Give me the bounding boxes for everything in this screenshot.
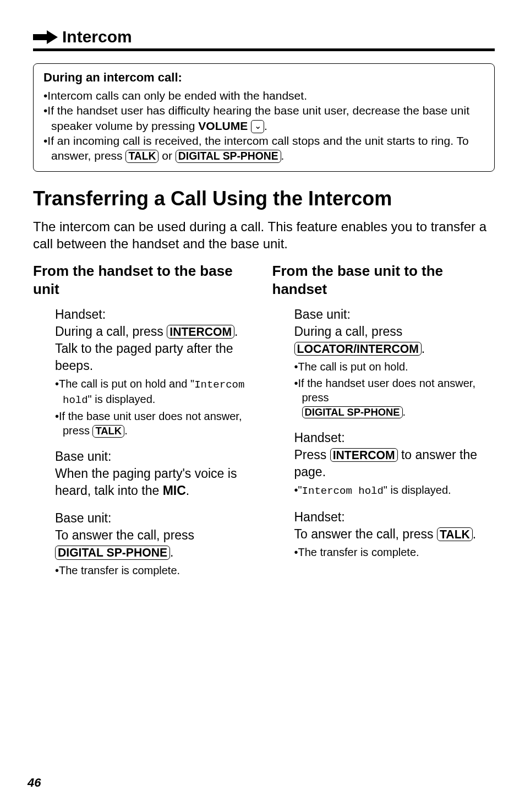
box-bullet-2: •If the handset user has difficulty hear…: [43, 103, 484, 133]
intro-text: The intercom can be used during a call. …: [33, 218, 495, 252]
intercom-button-label: INTERCOM: [330, 448, 398, 462]
sub-bullet: •The call is put on hold and "Intercom h…: [55, 377, 256, 407]
step-device: Handset:: [55, 307, 256, 323]
mic-label: MIC: [163, 483, 186, 498]
step-device: Base unit:: [55, 449, 256, 465]
text: or: [158, 149, 175, 162]
text: .: [264, 119, 267, 132]
page-number: 46: [28, 776, 41, 790]
text: •If the base unit user does not answer, …: [55, 410, 242, 437]
text: .: [124, 424, 128, 437]
sub-bullet: •If the base unit user does not answer, …: [55, 409, 256, 438]
text: When the paging party's voice is heard, …: [55, 466, 237, 498]
sub-bullet: •"Intercom hold" is displayed.: [294, 483, 495, 498]
volume-label: VOLUME: [198, 119, 248, 132]
step-text: To answer the call, press DIGITAL SP-PHO…: [55, 527, 256, 561]
text: To answer the call, press: [55, 528, 194, 542]
text: .: [403, 406, 406, 418]
text: During a call, press: [55, 324, 167, 339]
section-title: Intercom: [62, 28, 132, 46]
sub-bullet: •If the handset user does not answer, pr…: [294, 376, 495, 419]
step-device: Handset:: [294, 509, 495, 526]
step-device: Base unit:: [55, 510, 256, 527]
step-text: When the paging party's voice is heard, …: [55, 465, 256, 499]
digital-sp-phone-button-label: DIGITAL SP-PHONE: [55, 546, 170, 559]
left-step-1: Handset: During a call, press INTERCOM. …: [33, 307, 256, 438]
text: •": [294, 484, 302, 496]
text: .: [422, 341, 425, 356]
right-column-title: From the base unit to the handset: [272, 262, 495, 298]
step-text: During a call, press LOCATOR/INTERCOM.: [294, 323, 495, 357]
text: .: [186, 483, 189, 498]
page-title: Transferring a Call Using the Intercom: [33, 187, 495, 210]
two-columns: From the handset to the base unit Handse…: [33, 262, 495, 588]
digital-sp-phone-button-label: DIGITAL SP-PHONE: [176, 150, 281, 162]
locator-intercom-button-label: LOCATOR/INTERCOM: [294, 342, 422, 356]
step-device: Base unit:: [294, 307, 495, 323]
divider: [33, 48, 495, 51]
text: .: [473, 527, 476, 541]
right-column: From the base unit to the handset Base u…: [272, 262, 495, 588]
right-step-1: Base unit: During a call, press LOCATOR/…: [272, 307, 495, 419]
box-bullet-1: •Intercom calls can only be ended with t…: [43, 88, 484, 103]
text: " is displayed.: [384, 484, 451, 496]
step-text: To answer the call, press TALK.: [294, 526, 495, 543]
text: •The call is put on hold and ": [55, 378, 194, 390]
step-text: Press INTERCOM to answer the page.: [294, 446, 495, 481]
text: During a call, press: [294, 324, 403, 339]
text: •If the handset user does not answer, pr…: [294, 377, 475, 404]
text: " is displayed.: [88, 393, 156, 405]
info-box: During an intercom call: •Intercom calls…: [33, 63, 495, 172]
section-header: Intercom: [33, 28, 495, 46]
text: .: [170, 545, 173, 559]
right-step-3: Handset: To answer the call, press TALK.…: [272, 509, 495, 559]
text: Press: [294, 448, 330, 462]
sub-bullet: •The transfer is complete.: [294, 545, 495, 559]
display-text: Intercom hold: [302, 485, 384, 497]
digital-sp-phone-button-label: DIGITAL SP-PHONE: [302, 406, 403, 418]
left-column-title: From the handset to the base unit: [33, 262, 256, 298]
text: .: [281, 149, 285, 162]
talk-button-label: TALK: [437, 527, 473, 541]
left-column: From the handset to the base unit Handse…: [33, 262, 256, 588]
svg-marker-0: [33, 30, 58, 44]
step-text: During a call, press INTERCOM. Talk to t…: [55, 323, 256, 374]
text: To answer the call, press: [294, 527, 438, 541]
step-device: Handset:: [294, 430, 495, 446]
volume-down-icon: ⌄: [251, 120, 264, 133]
talk-button-label: TALK: [92, 425, 124, 437]
left-step-2: Base unit: When the paging party's voice…: [33, 449, 256, 499]
sub-bullet: •The transfer is complete.: [55, 563, 256, 577]
left-step-3: Base unit: To answer the call, press DIG…: [33, 510, 256, 577]
right-step-2: Handset: Press INTERCOM to answer the pa…: [272, 430, 495, 498]
arrow-right-icon: [33, 29, 58, 45]
talk-button-label: TALK: [125, 150, 158, 162]
box-bullet-3: •If an incoming call is received, the in…: [43, 133, 484, 164]
box-title: During an intercom call:: [43, 70, 484, 85]
intercom-button-label: INTERCOM: [167, 325, 234, 339]
sub-bullet: •The call is put on hold.: [294, 359, 495, 374]
